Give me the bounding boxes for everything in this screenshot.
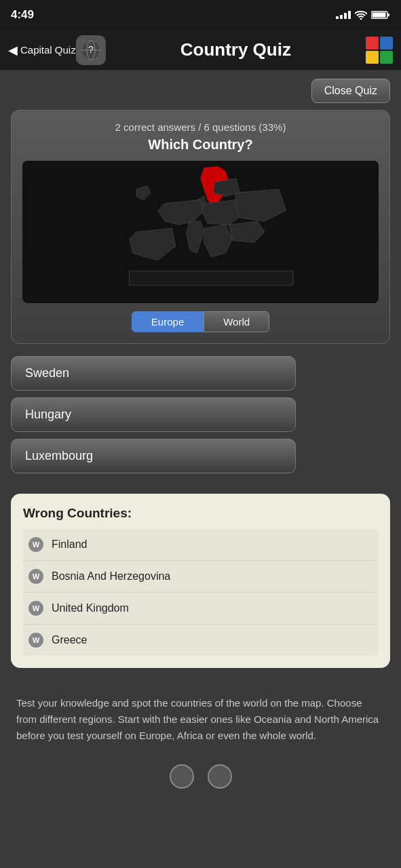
page-dot-1[interactable] <box>170 764 194 789</box>
nav-bar: ◀ Capital Quiz ? Country Quiz <box>0 30 401 71</box>
back-arrow-icon: ◀ <box>8 43 18 58</box>
wrong-icon-2: W <box>28 601 43 616</box>
close-btn-row: Close Quiz <box>11 79 390 103</box>
quiz-card: 2 correct answers / 6 questions (33%) Wh… <box>11 110 390 344</box>
wrong-country-name-0: Finland <box>52 538 87 551</box>
wrong-item-0: W Finland <box>23 529 378 561</box>
wrong-countries-list: W Finland W Bosnia And Herzegovina W Uni… <box>23 529 378 656</box>
wrong-item-2: W United Kingdom <box>23 593 378 625</box>
globe-icon: ? <box>80 39 102 61</box>
toggle-world-button[interactable]: World <box>204 311 269 332</box>
close-quiz-button[interactable]: Close Quiz <box>311 79 390 103</box>
wrong-item-3: W Greece <box>23 625 378 656</box>
back-button[interactable]: ◀ Capital Quiz <box>8 43 76 58</box>
bottom-nav <box>11 764 390 802</box>
map-toggle: Europe World <box>22 311 379 332</box>
wrong-countries-card: Wrong Countries: W Finland W Bosnia And … <box>11 494 390 668</box>
status-time: 4:49 <box>11 8 34 22</box>
status-bar: 4:49 <box>0 0 401 30</box>
answers-list: Sweden Hungary Luxembourg <box>11 356 390 473</box>
description-text: Test your knowledge and spot the countri… <box>11 695 390 764</box>
wrong-countries-title: Wrong Countries: <box>23 506 378 521</box>
quiz-question: Which Country? <box>22 137 379 153</box>
page-title: Country Quiz <box>106 39 366 60</box>
back-label: Capital Quiz <box>20 44 76 56</box>
europe-map <box>22 161 379 303</box>
svg-rect-1 <box>388 14 390 16</box>
status-icons <box>336 10 390 20</box>
signal-dots-icon <box>336 11 351 19</box>
wrong-country-name-1: Bosnia And Herzegovina <box>52 570 170 583</box>
wrong-icon-1: W <box>28 569 43 584</box>
wrong-item-1: W Bosnia And Herzegovina <box>23 561 378 593</box>
answer-button-0[interactable]: Sweden <box>11 356 296 391</box>
quiz-stats: 2 correct answers / 6 questions (33%) <box>22 121 379 133</box>
wrong-country-name-2: United Kingdom <box>52 602 129 614</box>
main-content: Close Quiz 2 correct answers / 6 questio… <box>0 71 401 810</box>
answer-button-1[interactable]: Hungary <box>11 397 296 432</box>
wrong-country-name-3: Greece <box>52 634 87 646</box>
battery-icon <box>371 10 390 20</box>
page-dot-2[interactable] <box>208 764 232 789</box>
toggle-europe-button[interactable]: Europe <box>132 311 204 332</box>
color-grid <box>366 37 393 64</box>
wifi-icon <box>355 10 367 20</box>
wrong-icon-3: W <box>28 633 43 648</box>
svg-text:?: ? <box>88 44 94 55</box>
wrong-icon-0: W <box>28 537 43 552</box>
app-logo: ? <box>76 35 106 65</box>
map-container <box>22 161 379 303</box>
answer-button-2[interactable]: Luxembourg <box>11 439 296 473</box>
svg-rect-2 <box>373 13 386 18</box>
